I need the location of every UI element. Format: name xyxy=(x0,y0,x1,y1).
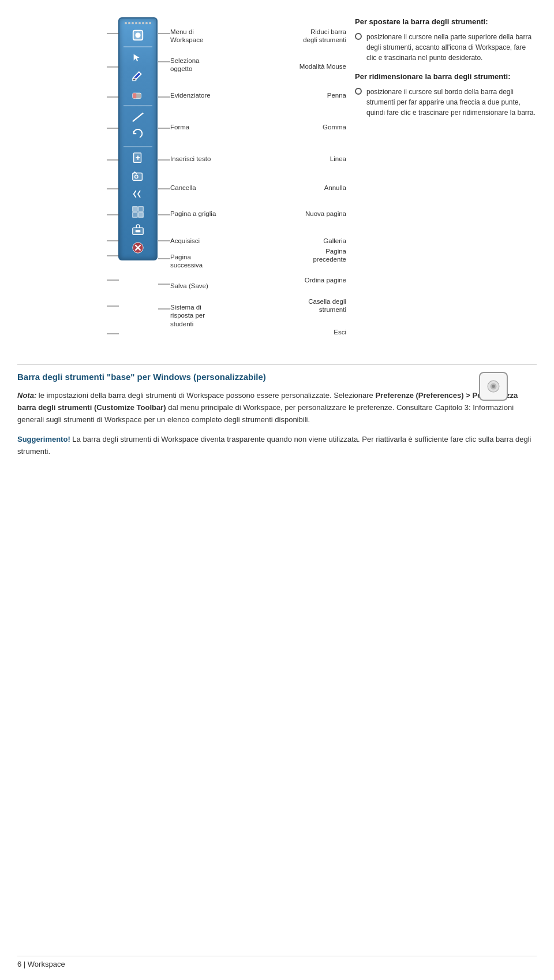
svg-rect-16 xyxy=(136,230,140,232)
svg-rect-12 xyxy=(138,207,143,211)
bottom-section: Barra degli strumenti "base" per Windows… xyxy=(17,372,537,458)
svg-rect-2 xyxy=(133,79,136,81)
resize-toolbar-title: Per ridimensionare la barra degli strume… xyxy=(355,72,537,81)
svg-rect-11 xyxy=(133,207,137,211)
toolbar-column xyxy=(118,17,158,260)
bullet-dot-1 xyxy=(355,33,362,40)
arrange-pages-icon[interactable] xyxy=(130,204,146,220)
move-toolbar-title: Per spostare la barra degli strumenti: xyxy=(355,17,537,26)
right-label-forma: Forma xyxy=(170,123,263,131)
pen-icon[interactable] xyxy=(130,68,146,84)
resize-toolbar-text: posizionare il cursore sul bordo della b… xyxy=(366,87,537,118)
nota-paragraph: Nota: le impostazioni della barra degli … xyxy=(17,390,537,426)
page-number: 6 | Workspace xyxy=(17,960,65,968)
toolbox-icon[interactable] xyxy=(130,222,146,238)
right-label-salva: Salva (Save) xyxy=(170,282,263,290)
prev-page-icon[interactable] xyxy=(130,186,146,202)
page: Riduci barra degli strumenti Modalità Mo… xyxy=(0,0,554,980)
svg-rect-9 xyxy=(133,173,143,181)
workspace-icon-badge xyxy=(479,372,508,401)
divider xyxy=(17,364,537,365)
move-toolbar-text: posizionare il cursore nella parte super… xyxy=(366,32,537,63)
left-label-ordina: Ordina pagine xyxy=(257,276,346,284)
right-label-pagina-succ: Pagina successiva xyxy=(170,253,263,270)
nota-label: Nota: xyxy=(17,391,36,400)
left-label-casella: Casella degli strumenti xyxy=(257,297,346,314)
svg-rect-4 xyxy=(133,93,136,98)
left-label-nuova-pagina: Nuova pagina xyxy=(257,210,346,218)
new-page-icon[interactable] xyxy=(130,150,146,166)
nota-text-1: le impostazioni della barra degli strume… xyxy=(36,391,375,400)
left-label-linea: Linea xyxy=(257,155,346,163)
right-label-acquisisci: Acquisisci xyxy=(170,237,263,245)
tip-section: Suggerimento! La barra degli strumenti d… xyxy=(17,434,537,458)
svg-rect-14 xyxy=(138,213,143,217)
gallery-icon[interactable] xyxy=(130,168,146,184)
left-label-riduci: Riduci barra degli strumenti xyxy=(257,28,346,44)
line-icon[interactable] xyxy=(130,109,146,125)
eraser-icon[interactable] xyxy=(130,86,146,102)
svg-rect-13 xyxy=(133,213,137,217)
suggerimento-label: Suggerimento! xyxy=(17,435,70,444)
right-label-seleziona: Seleziona oggetto xyxy=(170,57,263,73)
right-label-inserisci: Inserisci testo xyxy=(170,155,263,163)
mouse-mode-icon[interactable] xyxy=(130,50,146,66)
workspace-menu-icon[interactable] xyxy=(130,27,146,43)
right-label-sistema: Sistema di risposta per studenti xyxy=(170,303,263,328)
right-info-panel: Per spostare la barra degli strumenti: p… xyxy=(346,12,537,352)
left-label-penna: Penna xyxy=(257,91,346,99)
right-label-menu: Menu di Workspace xyxy=(170,28,263,44)
left-label-galleria: Galleria xyxy=(257,237,346,245)
separator-2 xyxy=(123,105,152,106)
right-label-pagina-griglia: Pagina a griglia xyxy=(170,210,263,218)
left-label-pagina-prec: Pagina precedente xyxy=(257,247,346,264)
bullet-dot-2 xyxy=(355,88,362,95)
footer: 6 | Workspace xyxy=(17,956,537,968)
svg-line-5 xyxy=(133,113,143,122)
suggerimento-paragraph: Suggerimento! La barra degli strumenti d… xyxy=(17,434,537,458)
left-label-esci: Esci xyxy=(257,328,346,336)
svg-point-45 xyxy=(492,385,495,388)
bottom-section-title: Barra degli strumenti "base" per Windows… xyxy=(17,372,537,382)
left-label-annulla: Annulla xyxy=(257,184,346,192)
separator-3 xyxy=(123,146,152,147)
toolbar-handle xyxy=(125,22,151,24)
right-label-cancella: Cancella xyxy=(170,184,263,192)
exit-icon[interactable] xyxy=(130,240,146,256)
undo-icon[interactable] xyxy=(130,127,146,143)
right-label-evidenziatore: Evidenziatore xyxy=(170,91,263,99)
separator-1 xyxy=(123,46,152,47)
svg-point-1 xyxy=(136,33,140,37)
left-label-gomma: Gomma xyxy=(257,123,346,131)
suggerimento-text: La barra degli strumenti di Workspace di… xyxy=(17,435,531,456)
left-label-modalita: Modalità Mouse xyxy=(257,62,346,70)
